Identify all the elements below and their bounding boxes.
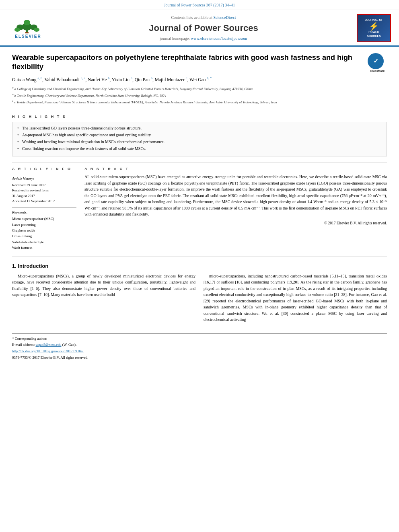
article-title-area: Wearable supercapacitors on polyethylene… xyxy=(12,53,387,72)
journal-reference-bar: Journal of Power Sources 367 (2017) 34–4… xyxy=(0,0,399,10)
affiliations-section: a a College of Chemistry and Chemical En… xyxy=(12,86,387,105)
article-history: Article history: Received 29 June 2017 R… xyxy=(12,174,76,204)
divider-2 xyxy=(12,162,387,162)
divider-3 xyxy=(12,257,387,257)
intro-col-left: Micro-supercapacitors (MSCs), a group of… xyxy=(12,273,195,325)
article-info-label: A R T I C L E I N F O xyxy=(12,166,76,172)
keywords-section: Keywords: Micro-supercapacitor (MSC) Las… xyxy=(12,207,76,251)
elsevier-logo-area: ELSEVIER xyxy=(8,17,52,39)
keyword-6: Wash fastness xyxy=(12,245,76,251)
affiliation-a: a a College of Chemistry and Chemical En… xyxy=(12,86,387,92)
keywords-title: Keywords: xyxy=(12,210,76,215)
keyword-4: Cross-linking xyxy=(12,233,76,239)
keyword-5: Solid-state electrolyte xyxy=(12,239,76,245)
article-title-text: Wearable supercapacitors on polyethylene… xyxy=(12,53,352,71)
accepted-date: Accepted 12 September 2017 xyxy=(12,199,76,204)
doi-link[interactable]: http://dx.doi.org/10.1016/j.jpowsour.201… xyxy=(12,349,84,353)
main-content: Wearable supercapacitors on polyethylene… xyxy=(0,47,399,368)
abstract-text: All solid-state micro-supercapacitors (M… xyxy=(84,174,387,218)
svg-rect-7 xyxy=(25,32,29,33)
keyword-1: Micro-supercapacitor (MSC) xyxy=(12,216,76,222)
highlights-box: The laser-scribed GO layers possess thre… xyxy=(12,122,387,156)
highlights-list: The laser-scribed GO layers possess thre… xyxy=(17,125,382,152)
highlight-item-4: Cross-linking reaction can improve the w… xyxy=(17,146,382,152)
journal-name-header: Journal of Power Sources xyxy=(52,22,355,35)
authors-line: Guixia Wang a, b, Vahid Babaahmadi b, c,… xyxy=(12,76,387,83)
journal-homepage-link[interactable]: www.elsevier.com/locate/jpowsour xyxy=(191,36,247,41)
journal-ref-text: Journal of Power Sources 367 (2017) 34–4… xyxy=(164,3,235,7)
keyword-3: Graphene oxide xyxy=(12,228,76,233)
received-revised-label: Received in revised form xyxy=(12,188,76,193)
affiliation-b: b b Textile Engineering, Chemistry and S… xyxy=(12,92,387,99)
corresponding-note: * Corresponding author. xyxy=(12,336,387,341)
crossmark-label: CrossMark xyxy=(368,69,387,73)
received-revised-date: 31 August 2017 xyxy=(12,193,76,199)
power-sources-logo-area: JOURNAL OF ⚡ POWERSOURCES xyxy=(355,14,391,42)
crossmark-icon: ✓ xyxy=(368,53,384,69)
abstract-paragraph: All solid-state micro-supercapacitors (M… xyxy=(84,174,387,218)
svg-point-5 xyxy=(34,28,39,32)
elsevier-tree-icon xyxy=(12,18,44,34)
intro-section: 1. Introduction Micro-supercapacitors (M… xyxy=(12,263,387,325)
sciencedirect-link[interactable]: ScienceDirect xyxy=(213,15,236,20)
highlight-item-3: Washing and bending have minimal degrada… xyxy=(17,139,382,145)
highlight-item-2: As-prepared MSC has high areal specific … xyxy=(17,132,382,138)
history-title: Article history: xyxy=(12,176,76,181)
crossmark-badge: ✓ CrossMark xyxy=(368,53,387,72)
keyword-2: Laser patterning xyxy=(12,222,76,228)
svg-point-4 xyxy=(14,28,20,32)
sciencedirect-line: Contents lists available at ScienceDirec… xyxy=(52,15,355,21)
doi-line: http://dx.doi.org/10.1016/j.jpowsour.201… xyxy=(12,349,387,354)
received-date: Received 29 June 2017 xyxy=(12,183,76,188)
highlight-item-1: The laser-scribed GO layers possess thre… xyxy=(17,125,382,131)
article-info-col: A R T I C L E I N F O Article history: R… xyxy=(12,166,76,251)
header-center: Contents lists available at ScienceDirec… xyxy=(52,15,355,42)
intro-heading: 1. Introduction xyxy=(12,263,387,270)
affiliation-c: c c Textile Department, Functional Fibro… xyxy=(12,99,387,105)
highlights-label: H I G H L I G H T S xyxy=(12,114,387,119)
author-email-link[interactable]: wgao5@ncsu.edu xyxy=(35,343,61,347)
footer-section: * Corresponding author. E-mail address: … xyxy=(12,333,387,360)
elsevier-wordmark: ELSEVIER xyxy=(15,34,41,39)
journal-homepage-line: journal homepage: www.elsevier.com/locat… xyxy=(52,36,355,41)
intro-para-left: Micro-supercapacitors (MSCs), a group of… xyxy=(12,273,195,298)
power-bolt-icon: ⚡ xyxy=(369,22,379,30)
abstract-label: A B S T R A C T xyxy=(84,166,387,172)
keywords-list: Micro-supercapacitor (MSC) Laser pattern… xyxy=(12,216,76,251)
intro-col-right: micro-supercapacitors, including nanostr… xyxy=(204,273,387,325)
header-section: ELSEVIER Contents lists available at Sci… xyxy=(0,10,399,47)
ps-bottom-text: POWERSOURCES xyxy=(367,30,381,38)
email-note: E-mail address: wgao5@ncsu.edu (W. Gao). xyxy=(12,342,387,347)
power-sources-logo: JOURNAL OF ⚡ POWERSOURCES xyxy=(357,14,391,42)
intro-body-cols: Micro-supercapacitors (MSCs), a group of… xyxy=(12,273,387,325)
elsevier-logo: ELSEVIER xyxy=(8,17,48,39)
svg-point-6 xyxy=(24,20,30,25)
divider-1 xyxy=(12,110,387,110)
abstract-col: A B S T R A C T All solid-state micro-su… xyxy=(84,166,387,251)
intro-para-right: micro-supercapacitors, including nanostr… xyxy=(204,273,387,323)
issn-line: 0378-7753/© 2017 Elsevier B.V. All right… xyxy=(12,355,387,360)
copyright-notice: © 2017 Elsevier B.V. All rights reserved… xyxy=(84,221,387,226)
info-abstract-row: A R T I C L E I N F O Article history: R… xyxy=(12,166,387,251)
